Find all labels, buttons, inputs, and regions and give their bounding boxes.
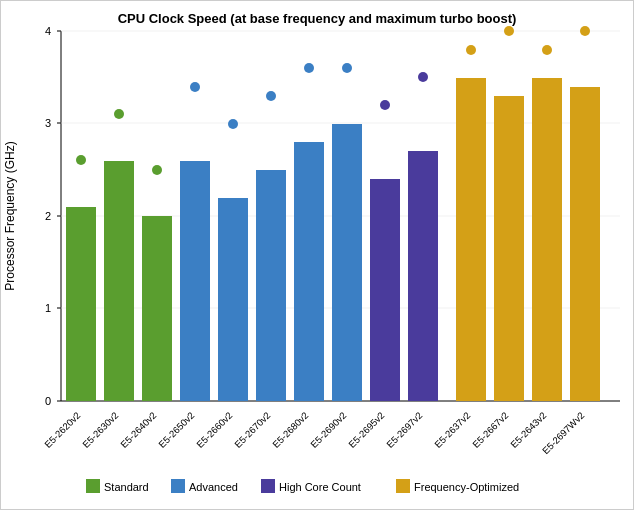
- bar-e5-2697wv2: [570, 87, 600, 401]
- xlabel-10: E5-2637v2: [432, 410, 472, 450]
- bar-e5-2680v2: [294, 142, 324, 401]
- ytick-label-3: 3: [45, 117, 51, 129]
- turbo-e5-2630v2: [114, 109, 124, 119]
- ytick-label-0: 0: [45, 395, 51, 407]
- ytick-label-4: 4: [45, 25, 51, 37]
- xlabel-1: E5-2630v2: [80, 410, 120, 450]
- legend-standard-label: Standard: [104, 481, 149, 493]
- bar-e5-2650v2: [180, 161, 210, 401]
- turbo-e5-2643v2: [542, 45, 552, 55]
- xlabel-9: E5-2697v2: [384, 410, 424, 450]
- ytick-label-2: 2: [45, 210, 51, 222]
- xlabel-7: E5-2690v2: [308, 410, 348, 450]
- turbo-e5-2620v2: [76, 155, 86, 165]
- turbo-e5-2650v2: [190, 82, 200, 92]
- legend-hcc-swatch: [261, 479, 275, 493]
- bar-e5-2670v2: [256, 170, 286, 401]
- turbo-e5-2660v2: [228, 119, 238, 129]
- bar-e5-2637v2: [456, 78, 486, 401]
- turbo-e5-2667v2: [504, 26, 514, 36]
- y-axis-label: Processor Frequency (GHz): [3, 141, 17, 290]
- turbo-e5-2695v2: [380, 100, 390, 110]
- turbo-e5-2680v2: [304, 63, 314, 73]
- turbo-e5-2697v2: [418, 72, 428, 82]
- xlabel-8: E5-2695v2: [346, 410, 386, 450]
- xlabel-12: E5-2643v2: [508, 410, 548, 450]
- chart-svg: 0 1 2 3 4 Processor Frequency (GHz): [1, 1, 634, 510]
- xlabel-2: E5-2640v2: [118, 410, 158, 450]
- xlabel-4: E5-2660v2: [194, 410, 234, 450]
- bar-e5-2630v2: [104, 161, 134, 401]
- xlabel-0: E5-2620v2: [42, 410, 82, 450]
- bar-e5-2697v2: [408, 151, 438, 401]
- bar-e5-2695v2: [370, 179, 400, 401]
- bar-e5-2620v2: [66, 207, 96, 401]
- turbo-e5-2637v2: [466, 45, 476, 55]
- ytick-label-1: 1: [45, 302, 51, 314]
- legend-fo-label: Frequency-Optimized: [414, 481, 519, 493]
- bar-e5-2640v2: [142, 216, 172, 401]
- bar-e5-2660v2: [218, 198, 248, 401]
- turbo-e5-2640v2: [152, 165, 162, 175]
- turbo-e5-2690v2: [342, 63, 352, 73]
- turbo-e5-2670v2: [266, 91, 276, 101]
- xlabel-11: E5-2667v2: [470, 410, 510, 450]
- bar-e5-2690v2: [332, 124, 362, 401]
- bar-e5-2643v2: [532, 78, 562, 401]
- legend-standard-swatch: [86, 479, 100, 493]
- xlabel-3: E5-2650v2: [156, 410, 196, 450]
- legend-advanced-label: Advanced: [189, 481, 238, 493]
- bar-e5-2667v2: [494, 96, 524, 401]
- chart-container: CPU Clock Speed (at base frequency and m…: [0, 0, 634, 510]
- turbo-e5-2697wv2: [580, 26, 590, 36]
- legend-fo-swatch: [396, 479, 410, 493]
- legend-hcc-label: High Core Count: [279, 481, 361, 493]
- xlabel-5: E5-2670v2: [232, 410, 272, 450]
- xlabel-6: E5-2680v2: [270, 410, 310, 450]
- legend-advanced-swatch: [171, 479, 185, 493]
